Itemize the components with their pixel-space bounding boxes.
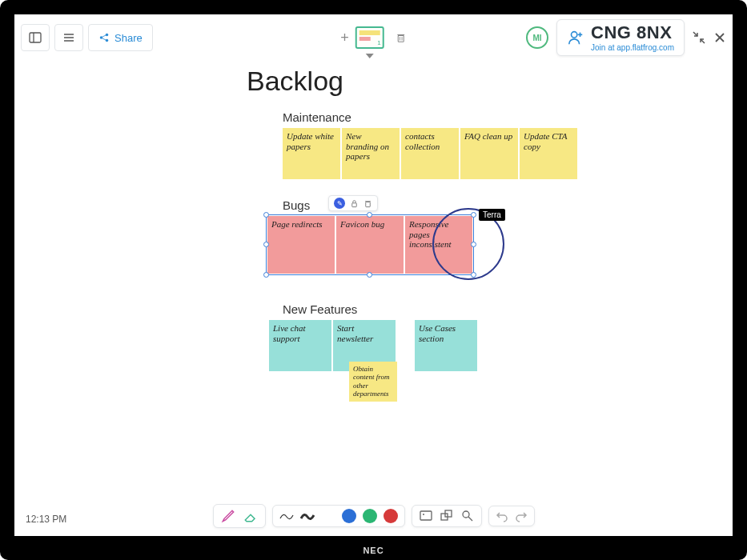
selection-toolbar: ✎ <box>328 195 378 211</box>
insert-group <box>412 505 482 527</box>
sticky-note[interactable]: contacts collection <box>401 128 459 179</box>
sticky-note[interactable]: Update CTA copy <box>520 128 577 179</box>
sticky-note[interactable]: Obtain content from other departments <box>349 362 397 402</box>
sticky-note[interactable]: Live chat support <box>269 320 331 371</box>
color-blue[interactable] <box>342 509 356 523</box>
delete-page-button[interactable] <box>396 32 407 43</box>
monitor-bezel: Share + 1 MI CNG 8NX <box>0 0 747 560</box>
trash-icon <box>396 32 407 43</box>
room-join-text: Join at app.flatfrog.com <box>591 43 674 52</box>
clock: 12:13 PM <box>26 514 66 525</box>
sticky-note[interactable]: Update white papers <box>283 128 340 179</box>
lock-button[interactable] <box>350 199 359 208</box>
eraser-icon <box>243 508 259 524</box>
sticky-button[interactable] <box>419 509 433 523</box>
svg-rect-24 <box>420 511 432 520</box>
stroke-thick-button[interactable] <box>300 510 315 522</box>
svg-rect-21 <box>352 202 357 206</box>
stroke-color-group <box>272 505 405 527</box>
undo-button[interactable] <box>496 510 508 522</box>
redo-icon <box>515 510 528 522</box>
trash-icon <box>363 199 372 208</box>
svg-rect-10 <box>398 35 404 42</box>
svg-point-14 <box>572 32 577 38</box>
bottom-toolbar <box>213 504 535 528</box>
color-black[interactable] <box>321 509 335 523</box>
svg-point-28 <box>463 511 469 518</box>
lock-icon <box>350 199 359 208</box>
share-icon <box>98 32 110 43</box>
page-number: 1 <box>377 39 380 46</box>
svg-point-6 <box>106 34 109 37</box>
svg-point-7 <box>106 39 109 42</box>
room-code: CNG 8NX <box>591 23 674 42</box>
wave-thin-icon <box>279 510 294 522</box>
app-screen: Share + 1 MI CNG 8NX <box>14 14 733 536</box>
whiteboard-canvas[interactable]: Backlog Maintenance Update white papers … <box>14 62 733 498</box>
svg-line-9 <box>102 38 106 40</box>
minimize-button[interactable] <box>693 31 705 44</box>
hamburger-icon <box>62 31 75 44</box>
close-icon <box>713 31 726 44</box>
section-label-features: New Features <box>283 302 357 316</box>
close-button[interactable] <box>713 31 726 44</box>
menu-button[interactable] <box>54 24 83 51</box>
remote-cursor-label: Terra <box>479 209 505 221</box>
undo-icon <box>496 510 508 522</box>
share-button[interactable]: Share <box>88 24 153 51</box>
undo-redo-group <box>488 506 535 526</box>
page-thumbnail[interactable]: 1 <box>355 26 384 49</box>
svg-point-25 <box>423 514 424 515</box>
page-navigator: + 1 <box>340 26 407 49</box>
svg-rect-22 <box>366 202 371 206</box>
redo-button[interactable] <box>515 510 528 522</box>
panel-toggle-button[interactable] <box>21 24 50 51</box>
color-red[interactable] <box>384 509 398 523</box>
person-add-icon <box>567 29 584 46</box>
svg-line-8 <box>102 35 106 37</box>
add-page-button[interactable]: + <box>340 30 349 46</box>
features-row: Live chat support Start newsletter Use C… <box>269 320 477 371</box>
minimize-icon <box>693 31 705 44</box>
maintenance-row: Update white papers New branding on pape… <box>283 128 577 179</box>
sticky-icon <box>419 509 433 523</box>
pen-tool-button[interactable] <box>220 508 236 524</box>
svg-rect-0 <box>30 33 41 42</box>
user-avatar[interactable]: MI <box>526 26 548 49</box>
sticky-note[interactable]: New branding on papers <box>342 128 400 179</box>
avatar-initials: MI <box>532 34 541 42</box>
room-invite-card[interactable]: CNG 8NX Join at app.flatfrog.com <box>556 19 685 55</box>
section-label-maintenance: Maintenance <box>283 110 351 124</box>
sticky-note[interactable]: Favicon bug <box>336 216 404 274</box>
share-label: Share <box>114 32 143 44</box>
top-bar: Share + 1 MI CNG 8NX <box>21 21 726 54</box>
board-title: Backlog <box>247 66 343 97</box>
monitor-brand-label: NEC <box>363 546 384 555</box>
stroke-thin-button[interactable] <box>279 510 294 522</box>
panel-icon <box>29 31 42 44</box>
delete-selection-button[interactable] <box>363 199 372 208</box>
color-green[interactable] <box>363 509 377 523</box>
sticky-note[interactable]: Page redirects <box>267 216 335 274</box>
shapes-button[interactable] <box>440 509 454 523</box>
section-label-bugs: Bugs <box>283 198 310 212</box>
selection-color-button[interactable]: ✎ <box>334 198 345 209</box>
image-button[interactable] <box>460 509 475 523</box>
pen-icon <box>220 508 236 524</box>
wave-thick-icon <box>300 510 315 522</box>
eraser-tool-button[interactable] <box>243 508 259 524</box>
image-icon <box>460 509 475 523</box>
sticky-note[interactable]: FAQ clean up <box>460 128 518 179</box>
shapes-icon <box>440 509 454 523</box>
pen-tool-group <box>213 504 266 528</box>
sticky-note[interactable]: Use Cases section <box>415 320 477 371</box>
